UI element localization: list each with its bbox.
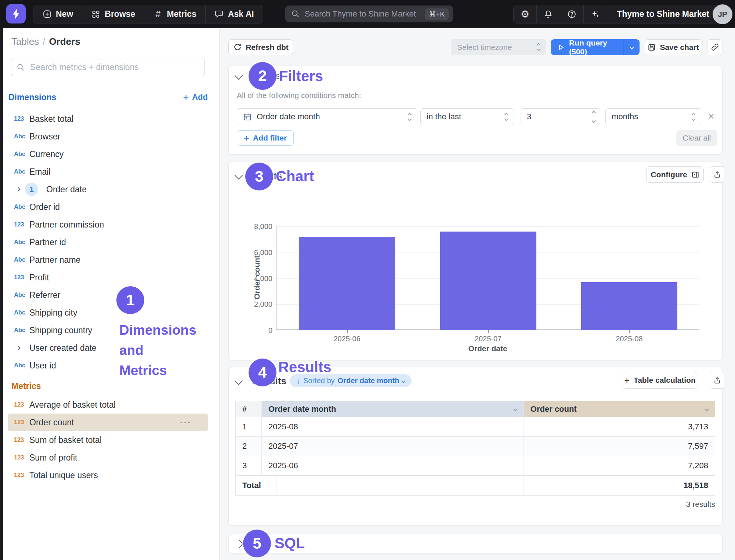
nav-browse-button[interactable]: Browse <box>82 5 144 23</box>
column-header-order-date-month[interactable]: Order date month <box>261 401 524 417</box>
chevron-right-icon[interactable] <box>16 346 20 350</box>
count-cell[interactable]: 7,597 <box>524 437 715 456</box>
x-tick-label: 2025-07 <box>475 335 502 343</box>
dimensions-list: 123Basket totalAbcBrowserAbcCurrencyAbcE… <box>8 110 208 374</box>
arrow-down-icon: ↓ <box>296 376 300 386</box>
sidebar-item-user-created-date[interactable]: User created date <box>8 339 208 357</box>
bar-chart-plot: 02,0004,0006,0008,0002025-062025-072025-… <box>276 226 699 330</box>
nav-ask-ai-button[interactable]: Ask AI <box>206 5 263 23</box>
field-label: Browser <box>29 132 60 142</box>
results-section-title: Results <box>252 375 286 387</box>
bar-2025-06[interactable] <box>299 237 395 330</box>
timezone-placeholder: Select timezone <box>457 43 512 52</box>
sidebar-item-partner-id[interactable]: AbcPartner id <box>8 233 208 251</box>
search-icon <box>17 63 25 72</box>
sidebar-item-shipping-country[interactable]: AbcShipping country <box>8 321 208 339</box>
row-index-cell: 2 <box>236 437 261 456</box>
user-avatar[interactable]: JP <box>713 4 732 24</box>
number-stepper[interactable] <box>587 109 600 125</box>
table-row: 12025-083,713 <box>236 417 715 436</box>
chart-section-title: Charts <box>252 170 282 182</box>
timezone-select[interactable]: Select timezone <box>451 39 546 55</box>
filter-operator-select[interactable]: in the last <box>420 108 514 125</box>
filter-field-select[interactable]: Order date month <box>237 108 417 125</box>
chevron-down-icon[interactable] <box>705 407 709 411</box>
month-cell[interactable]: 2025-08 <box>261 417 524 436</box>
help-button[interactable] <box>560 5 584 23</box>
field-menu-button[interactable]: ··· <box>180 417 192 428</box>
sidebar-item-user-id[interactable]: AbcUser id <box>8 357 208 374</box>
search-icon <box>291 10 300 18</box>
nav-new-button[interactable]: New <box>33 5 82 23</box>
sidebar-item-browser[interactable]: AbcBrowser <box>8 128 208 145</box>
save-chart-button[interactable]: Save chart <box>645 39 702 55</box>
filter-unit-select[interactable]: months <box>605 108 701 125</box>
remove-filter-button[interactable]: × <box>708 111 714 122</box>
clear-all-button[interactable]: Clear all <box>676 130 717 146</box>
settings-button[interactable]: ⚙ <box>514 5 537 23</box>
column-header-order-count[interactable]: Order count <box>524 401 715 417</box>
sidebar-item-referrer[interactable]: AbcReferrer <box>8 286 208 304</box>
breadcrumb-tables-link[interactable]: Tables <box>11 36 39 47</box>
configure-chart-button[interactable]: Configure <box>646 166 704 183</box>
sidebar-item-partner-name[interactable]: AbcPartner name <box>8 251 208 269</box>
refresh-dbt-button[interactable]: Refresh dbt <box>228 39 293 55</box>
sidebar-item-order-date[interactable]: 1Order date <box>8 181 208 198</box>
play-icon <box>557 44 565 51</box>
sidebar-search-input[interactable] <box>29 62 199 73</box>
run-query-button[interactable]: Run query (500) <box>551 39 640 55</box>
number-type-icon: 123 <box>14 472 29 479</box>
chevron-right-icon[interactable] <box>16 187 20 191</box>
app-logo[interactable] <box>6 4 26 23</box>
filter-value-input[interactable]: 3 <box>521 108 600 125</box>
y-tick-label: 8,000 <box>254 222 272 231</box>
sidebar-item-email[interactable]: AbcEmail <box>8 163 208 181</box>
sidebar-item-total-unique-users[interactable]: 123Total unique users <box>8 466 208 484</box>
count-cell[interactable]: 3,713 <box>524 417 715 436</box>
month-cell[interactable]: 2025-07 <box>261 437 524 456</box>
sidebar-item-currency[interactable]: AbcCurrency <box>8 145 208 163</box>
run-query-dropdown[interactable] <box>623 39 640 55</box>
stepper-down-icon[interactable] <box>587 117 600 125</box>
global-search[interactable]: Search Thyme to Shine Market ⌘+K <box>285 6 453 22</box>
org-switcher[interactable]: Thyme to Shine Market <box>607 5 719 23</box>
sidebar-item-order-id[interactable]: AbcOrder id <box>8 198 208 216</box>
bar-2025-08[interactable] <box>581 282 677 330</box>
sidebar-item-shipping-city[interactable]: AbcShipping city <box>8 304 208 321</box>
sidebar-item-sum-of-profit[interactable]: 123Sum of profit <box>8 449 208 466</box>
sidebar-item-order-count[interactable]: 123Order count··· <box>8 414 208 431</box>
ai-sparkles-button[interactable] <box>584 5 607 23</box>
notifications-button[interactable] <box>537 5 560 23</box>
chevron-down-icon[interactable] <box>513 407 517 411</box>
number-type-icon: 123 <box>14 115 29 123</box>
sidebar-item-basket-total[interactable]: 123Basket total <box>8 110 208 128</box>
month-cell[interactable]: 2025-06 <box>261 456 524 475</box>
field-count-badge: 1 <box>25 183 38 196</box>
export-chart-button[interactable] <box>710 166 724 183</box>
column-header-index[interactable]: # <box>236 401 261 417</box>
table-row: 22025-077,597 <box>236 436 715 456</box>
string-type-icon: Abc <box>14 309 29 316</box>
sorted-by-pill[interactable]: ↓ Sorted by Order date month <box>290 374 412 387</box>
sidebar-item-partner-commission[interactable]: 123Partner commission <box>8 216 208 233</box>
sidebar-item-sum-of-basket-total[interactable]: 123Sum of basket total <box>8 431 208 449</box>
export-results-button[interactable] <box>710 372 724 389</box>
total-empty-cell <box>276 476 524 495</box>
add-filter-button[interactable]: + Add filter <box>237 130 294 146</box>
bar-2025-07[interactable] <box>440 232 536 330</box>
table-calculation-label: Table calculation <box>634 376 696 385</box>
table-header-row: #Order date monthOrder count <box>236 401 715 417</box>
sidebar-item-profit[interactable]: 123Profit <box>8 269 208 286</box>
nav-metrics-button[interactable]: # Metrics <box>144 5 206 23</box>
share-link-button[interactable] <box>707 39 723 55</box>
sql-card <box>228 534 723 553</box>
count-cell[interactable]: 7,208 <box>524 456 715 475</box>
sidebar-item-average-of-basket-total[interactable]: 123Average of basket total <box>8 396 208 414</box>
filters-section-title: Filters <box>252 70 280 81</box>
stepper-up-icon[interactable] <box>587 109 600 117</box>
field-label: Partner name <box>29 255 80 265</box>
field-label: Email <box>29 167 51 177</box>
string-type-icon: Abc <box>14 150 29 158</box>
add-dimension-button[interactable]: + Add <box>183 92 208 102</box>
table-calculation-button[interactable]: + Table calculation <box>623 372 697 389</box>
